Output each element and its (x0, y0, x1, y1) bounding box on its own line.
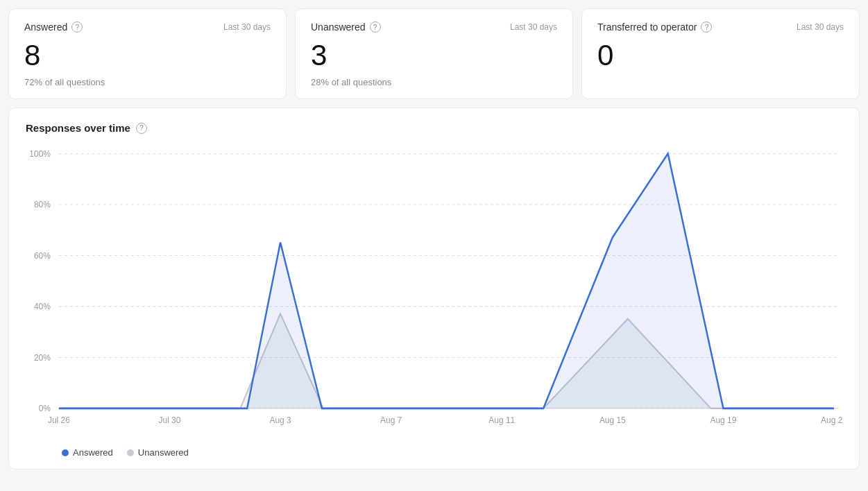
svg-text:Aug 19: Aug 19 (710, 415, 736, 425)
svg-text:Jul 30: Jul 30 (159, 415, 181, 425)
chart-title: Responses over time (26, 122, 130, 134)
chart-area: 100% 80% 60% 40% 20% 0% Jul 26 Jul 30 Au… (26, 148, 842, 439)
answered-card: Answered ? Last 30 days 8 72% of all que… (8, 8, 287, 99)
answered-legend-dot (62, 449, 69, 456)
answered-title: Answered (24, 21, 67, 33)
unanswered-card: Unanswered ? Last 30 days 3 28% of all q… (295, 8, 573, 99)
svg-text:Aug 7: Aug 7 (380, 415, 402, 425)
svg-text:Aug 11: Aug 11 (488, 415, 515, 425)
unanswered-period: Last 30 days (510, 22, 557, 32)
svg-text:40%: 40% (34, 302, 51, 311)
answered-period: Last 30 days (223, 22, 271, 32)
unanswered-number: 3 (311, 40, 557, 71)
svg-text:Jul 26: Jul 26 (48, 415, 70, 425)
chart-section: Responses over time ? 100% 80% 60% 40% 2… (8, 107, 860, 470)
answered-area-fill (59, 154, 834, 409)
chart-svg: 100% 80% 60% 40% 20% 0% Jul 26 Jul 30 Au… (26, 148, 842, 439)
svg-text:Aug 23: Aug 23 (821, 415, 842, 425)
chart-help-icon[interactable]: ? (136, 123, 147, 134)
svg-text:80%: 80% (34, 200, 51, 209)
transferred-card-header: Transferred to operator ? Last 30 days (597, 21, 844, 33)
answered-legend-label: Answered (73, 447, 113, 458)
unanswered-help-icon[interactable]: ? (370, 21, 381, 33)
answered-line (59, 154, 834, 409)
answered-card-header: Answered ? Last 30 days (24, 21, 271, 33)
transferred-title-group: Transferred to operator ? (597, 21, 712, 33)
svg-text:60%: 60% (34, 251, 51, 261)
answered-subtitle: 72% of all questions (24, 77, 271, 87)
transferred-help-icon[interactable]: ? (701, 21, 712, 33)
answered-title-group: Answered ? (24, 21, 83, 33)
transferred-period: Last 30 days (797, 22, 844, 32)
chart-header: Responses over time ? (26, 122, 842, 134)
answered-number: 8 (24, 40, 271, 71)
unanswered-subtitle: 28% of all questions (311, 77, 557, 87)
unanswered-legend-label: Unanswered (138, 447, 189, 458)
unanswered-legend-dot (127, 449, 134, 456)
unanswered-title: Unanswered (311, 21, 366, 33)
svg-text:Aug 15: Aug 15 (599, 415, 626, 425)
transferred-title: Transferred to operator (597, 21, 697, 33)
unanswered-title-group: Unanswered ? (311, 21, 381, 33)
answered-legend-item: Answered (62, 447, 113, 458)
stats-cards: Answered ? Last 30 days 8 72% of all que… (0, 0, 868, 107)
chart-legend: Answered Unanswered (26, 439, 842, 458)
answered-help-icon[interactable]: ? (71, 21, 83, 33)
unanswered-legend-item: Unanswered (127, 447, 189, 458)
svg-text:20%: 20% (34, 353, 51, 363)
svg-text:100%: 100% (29, 149, 51, 159)
transferred-number: 0 (597, 40, 844, 71)
unanswered-card-header: Unanswered ? Last 30 days (311, 21, 557, 33)
transferred-card: Transferred to operator ? Last 30 days 0 (581, 8, 860, 99)
svg-text:0%: 0% (39, 404, 51, 413)
svg-text:Aug 3: Aug 3 (269, 415, 291, 425)
